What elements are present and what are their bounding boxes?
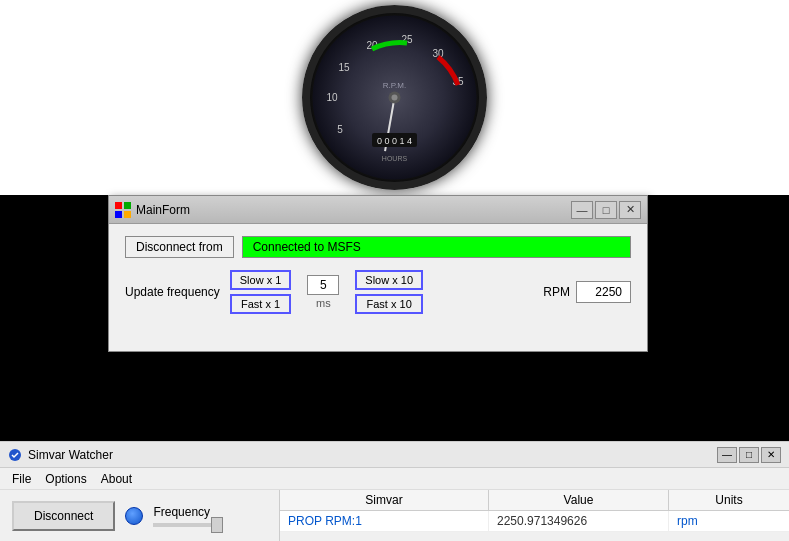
window-spacer xyxy=(125,314,631,339)
main-form-title: MainForm xyxy=(136,203,190,217)
col-header-units: Units xyxy=(669,490,789,510)
simvar-watcher-titlebar: Simvar Watcher — □ ✕ xyxy=(0,442,789,468)
slow-fast-col1: Slow x 1 Fast x 1 xyxy=(230,270,292,314)
svg-rect-16 xyxy=(124,202,131,209)
cell-units-0: rpm xyxy=(669,511,789,531)
main-form-titlebar: MainForm — □ ✕ xyxy=(109,196,647,224)
svg-rect-15 xyxy=(115,202,122,209)
frequency-slider-container xyxy=(153,523,223,527)
simvar-watcher-controls: — □ ✕ xyxy=(717,447,781,463)
main-form-minimize-btn[interactable]: — xyxy=(571,201,593,219)
ms-value: 5 xyxy=(307,275,339,295)
col-header-value: Value xyxy=(489,490,669,510)
menu-about[interactable]: About xyxy=(95,470,138,488)
main-form-maximize-btn[interactable]: □ xyxy=(595,201,617,219)
main-form-controls: — □ ✕ xyxy=(571,201,641,219)
svg-text:HOURS: HOURS xyxy=(382,155,408,162)
ms-label: ms xyxy=(316,297,331,309)
disconnect-button[interactable]: Disconnect xyxy=(12,501,115,531)
simvar-watcher-title-left: Simvar Watcher xyxy=(8,448,113,462)
slow-x1-button[interactable]: Slow x 1 xyxy=(230,270,292,290)
ms-display: 5 ms xyxy=(307,275,339,309)
tachometer-gauge: 5 10 15 20 25 30 35 R.P.M. 0 0 0 1 4 HOU… xyxy=(302,5,487,190)
update-frequency-row: Update frequency Slow x 1 Fast x 1 5 ms … xyxy=(125,270,631,314)
slider-thumb[interactable] xyxy=(211,517,223,533)
simvar-watcher-close-btn[interactable]: ✕ xyxy=(761,447,781,463)
fast-x10-button[interactable]: Fast x 10 xyxy=(355,294,423,314)
simvar-watcher-minimize-btn[interactable]: — xyxy=(717,447,737,463)
table-header: Simvar Value Units xyxy=(280,490,789,511)
col-header-simvar: Simvar xyxy=(280,490,489,510)
main-form-window: MainForm — □ ✕ Disconnect from Connected… xyxy=(108,195,648,352)
update-frequency-label: Update frequency xyxy=(125,285,220,299)
rpm-value: 2250 xyxy=(576,281,631,303)
simvar-watcher-window: Simvar Watcher — □ ✕ File Options About … xyxy=(0,441,789,541)
svg-rect-18 xyxy=(124,211,131,218)
menu-file[interactable]: File xyxy=(6,470,37,488)
connection-row: Disconnect from Connected to MSFS xyxy=(125,236,631,258)
cell-value-0: 2250.971349626 xyxy=(489,511,669,531)
connection-status: Connected to MSFS xyxy=(242,236,631,258)
svg-text:5: 5 xyxy=(337,124,343,135)
cell-simvar-0: PROP RPM:1 xyxy=(280,511,489,531)
simvar-watcher-body: Disconnect Frequency Simvar Value Units … xyxy=(0,490,789,541)
svg-rect-17 xyxy=(115,211,122,218)
fast-x1-button[interactable]: Fast x 1 xyxy=(230,294,292,314)
top-area: 5 10 15 20 25 30 35 R.P.M. 0 0 0 1 4 HOU… xyxy=(0,0,789,195)
svg-point-10 xyxy=(392,95,398,101)
main-form-body: Disconnect from Connected to MSFS Update… xyxy=(109,224,647,351)
svg-text:R.P.M.: R.P.M. xyxy=(383,81,406,90)
main-form-close-btn[interactable]: ✕ xyxy=(619,201,641,219)
menu-options[interactable]: Options xyxy=(39,470,92,488)
table-row: PROP RPM:1 2250.971349626 rpm xyxy=(280,511,789,532)
simvar-watcher-menubar: File Options About xyxy=(0,468,789,490)
simvar-watcher-maximize-btn[interactable]: □ xyxy=(739,447,759,463)
frequency-slider[interactable] xyxy=(153,523,223,527)
svg-text:0 0 0 1 4: 0 0 0 1 4 xyxy=(377,136,412,146)
main-form-icon xyxy=(115,202,131,218)
rpm-area: RPM 2250 xyxy=(543,281,631,303)
slow-fast-col2: Slow x 10 Fast x 10 xyxy=(355,270,423,314)
simvar-watcher-icon xyxy=(8,448,22,462)
svg-text:15: 15 xyxy=(338,62,350,73)
slow-x10-button[interactable]: Slow x 10 xyxy=(355,270,423,290)
simvar-watcher-title: Simvar Watcher xyxy=(28,448,113,462)
data-table: Simvar Value Units PROP RPM:1 2250.97134… xyxy=(280,490,789,541)
svg-text:10: 10 xyxy=(326,92,338,103)
rpm-label: RPM xyxy=(543,285,570,299)
taskbar-left-controls: Disconnect Frequency xyxy=(0,490,280,541)
frequency-section: Frequency xyxy=(153,505,223,527)
disconnect-from-button[interactable]: Disconnect from xyxy=(125,236,234,258)
connection-indicator xyxy=(125,507,143,525)
